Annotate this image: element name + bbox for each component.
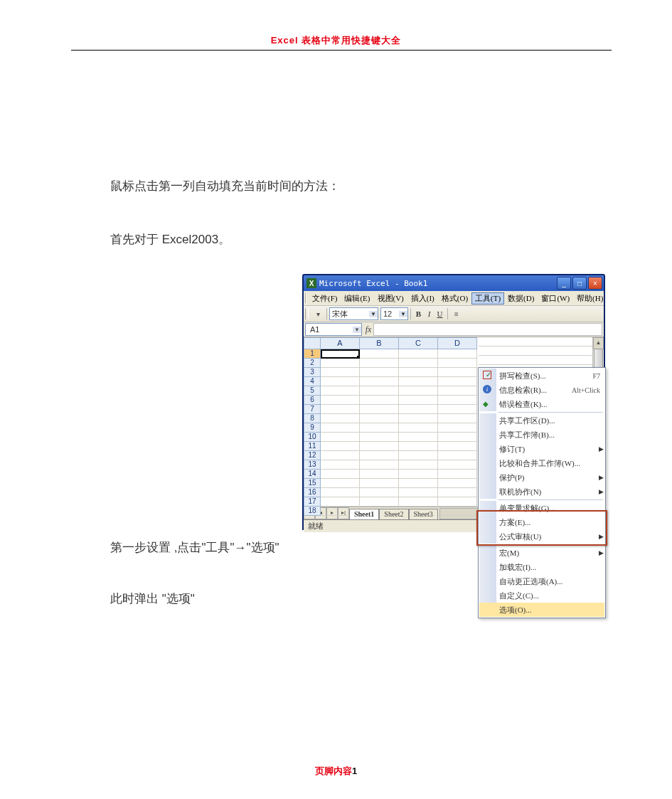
row-header[interactable]: 9 (304, 423, 321, 433)
cell[interactable] (360, 442, 399, 451)
cell[interactable] (360, 451, 399, 460)
cell[interactable] (438, 433, 477, 442)
cell[interactable] (438, 442, 477, 451)
cell[interactable] (360, 386, 399, 396)
cell[interactable] (360, 396, 399, 405)
cell[interactable] (399, 470, 438, 479)
cell[interactable] (399, 479, 438, 488)
menu-file[interactable]: 文件(F) (309, 292, 341, 305)
cell[interactable] (399, 359, 438, 368)
cell[interactable] (438, 349, 477, 359)
toolbar-grip[interactable] (305, 308, 309, 319)
cell[interactable] (360, 497, 399, 507)
row-header[interactable]: 7 (304, 405, 321, 414)
column-header[interactable]: B (360, 337, 399, 349)
cell[interactable] (438, 423, 477, 433)
menu-window[interactable]: 窗口(W) (538, 292, 573, 305)
row-header[interactable]: 18 (304, 507, 321, 516)
cell[interactable] (438, 507, 477, 516)
bold-button[interactable]: B (413, 309, 424, 318)
cell[interactable] (399, 349, 438, 359)
row-header[interactable]: 3 (304, 368, 321, 377)
cell[interactable] (321, 414, 360, 423)
cell[interactable] (399, 377, 438, 386)
window-maximize-button[interactable]: □ (572, 277, 587, 290)
cell[interactable] (399, 460, 438, 470)
cell[interactable] (360, 349, 399, 359)
menu-help[interactable]: 帮助(H) (573, 292, 607, 305)
cell[interactable] (399, 451, 438, 460)
font-name-select[interactable]: 宋体 ▼ (329, 307, 378, 320)
menubar-grip[interactable] (305, 293, 306, 303)
row-header[interactable]: 15 (304, 479, 321, 488)
cell[interactable] (360, 368, 399, 377)
cell[interactable] (321, 442, 360, 451)
cell[interactable] (438, 470, 477, 479)
italic-button[interactable]: I (424, 309, 434, 318)
menu-item[interactable]: 自动更正选项(A)... (479, 574, 604, 588)
cell[interactable] (438, 479, 477, 488)
cell[interactable] (321, 479, 360, 488)
row-header[interactable]: 6 (304, 396, 321, 405)
menu-item[interactable]: 拼写检查(S)...F7 (479, 369, 604, 383)
cell[interactable] (321, 368, 360, 377)
cell[interactable] (321, 451, 360, 460)
cell[interactable] (321, 470, 360, 479)
menu-insert[interactable]: 插入(I) (407, 292, 438, 305)
cell[interactable] (360, 405, 399, 414)
window-close-button[interactable]: × (588, 277, 602, 290)
row-header[interactable]: 4 (304, 377, 321, 386)
cell[interactable] (438, 396, 477, 405)
row-header[interactable]: 14 (304, 470, 321, 479)
menu-item[interactable]: 自定义(C)... (479, 588, 604, 603)
column-header[interactable]: D (438, 337, 477, 349)
window-minimize-button[interactable]: _ (557, 277, 571, 290)
cell[interactable] (399, 488, 438, 497)
align-left-icon[interactable]: ≡ (451, 308, 462, 319)
cell[interactable] (399, 414, 438, 423)
cell[interactable] (321, 377, 360, 386)
menu-item[interactable]: 修订(T)▶ (479, 442, 604, 456)
toolbar-overflow-icon[interactable]: ▾ (312, 308, 324, 319)
menu-tools[interactable]: 工具(T) (471, 292, 504, 305)
row-header[interactable]: 2 (304, 359, 321, 368)
menu-item[interactable]: 信息检索(R)...Alt+Click (479, 383, 604, 397)
cell[interactable] (438, 405, 477, 414)
row-header[interactable]: 10 (304, 433, 321, 442)
row-header[interactable]: 13 (304, 460, 321, 470)
row-header[interactable]: 11 (304, 442, 321, 451)
cell[interactable] (321, 405, 360, 414)
menu-item[interactable]: 选项(O)... (479, 603, 604, 617)
menu-item[interactable]: 单变量求解(G)... (479, 501, 604, 515)
cell[interactable] (321, 359, 360, 368)
menu-item[interactable]: 加载宏(I)... (479, 560, 604, 574)
select-all-corner[interactable] (304, 337, 321, 349)
cell[interactable] (399, 442, 438, 451)
cell[interactable] (321, 497, 360, 507)
menu-item[interactable]: 保护(P)▶ (479, 470, 604, 485)
cell[interactable] (399, 497, 438, 507)
sheet-tab[interactable]: Sheet1 (349, 509, 379, 519)
cell[interactable] (321, 488, 360, 497)
cell[interactable] (360, 479, 399, 488)
font-size-select[interactable]: 12 ▼ (380, 307, 408, 320)
cell[interactable] (360, 488, 399, 497)
column-header[interactable]: A (321, 337, 360, 349)
cell[interactable] (438, 359, 477, 368)
menu-view[interactable]: 视图(V) (374, 292, 407, 305)
cell[interactable] (438, 368, 477, 377)
menu-item[interactable]: 方案(E)... (479, 515, 604, 529)
formula-bar[interactable] (373, 323, 602, 336)
sheet-tab[interactable]: Sheet2 (379, 509, 408, 519)
cell[interactable] (321, 433, 360, 442)
menu-data[interactable]: 数据(D) (504, 292, 538, 305)
cell[interactable] (360, 414, 399, 423)
menu-item[interactable]: 错误检查(K)... (479, 397, 604, 411)
row-header[interactable]: 17 (304, 497, 321, 507)
cell[interactable] (360, 433, 399, 442)
cell[interactable] (360, 359, 399, 368)
cell[interactable] (321, 349, 360, 359)
cell[interactable] (360, 377, 399, 386)
row-header[interactable]: 5 (304, 386, 321, 396)
menu-item[interactable]: 联机协作(N)▶ (479, 485, 604, 499)
